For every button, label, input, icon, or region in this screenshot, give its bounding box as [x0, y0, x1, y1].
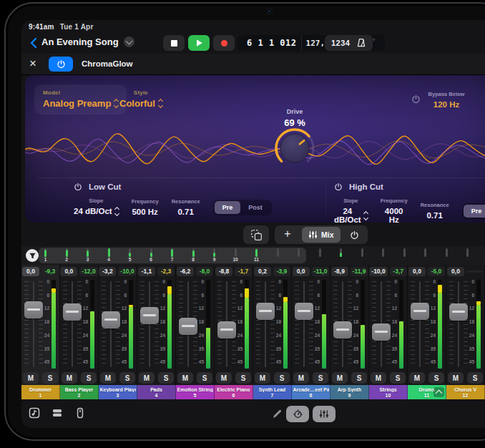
- solo-button[interactable]: S: [119, 372, 135, 384]
- high-cut-frequency-field[interactable]: Frequency 4000 Hz: [381, 198, 408, 223]
- mute-button[interactable]: M: [139, 372, 155, 384]
- peak-value: -11,9: [351, 267, 368, 276]
- track-number: 12: [463, 393, 469, 398]
- track-name-footer[interactable]: Drums11: [408, 385, 446, 399]
- fader-value[interactable]: -3,2: [99, 267, 116, 276]
- record-button[interactable]: [213, 35, 235, 51]
- multiselect-button[interactable]: [243, 225, 269, 244]
- track-name-footer[interactable]: Electric Piano6: [215, 385, 253, 399]
- low-cut-power-button[interactable]: [74, 182, 82, 191]
- solo-button[interactable]: S: [428, 372, 444, 384]
- track-name-footer[interactable]: Keyboard Player3: [99, 385, 137, 399]
- song-menu-button[interactable]: [124, 36, 134, 47]
- low-cut-slope-field[interactable]: Slope 24 dB/Oct: [74, 198, 119, 217]
- track-name-footer[interactable]: Pads4: [137, 385, 176, 399]
- regions-button[interactable]: [52, 407, 63, 419]
- mute-button[interactable]: M: [448, 372, 464, 384]
- high-cut-slope-field[interactable]: Slope 24 dB/Oct: [334, 198, 368, 223]
- track-name-footer[interactable]: Strings10: [369, 385, 408, 399]
- track-name-footer[interactable]: Emotion Strings5: [176, 385, 215, 399]
- edit-pencil-button[interactable]: [272, 409, 282, 419]
- low-cut-resonance-field[interactable]: Resonance 0.71: [172, 198, 200, 216]
- plugin-name[interactable]: ChromaGlow: [82, 59, 133, 68]
- metronome-icon[interactable]: [356, 38, 366, 48]
- solo-button[interactable]: S: [197, 372, 212, 384]
- solo-button[interactable]: S: [81, 372, 97, 384]
- track-name-footer[interactable]: Drummer1: [21, 385, 60, 399]
- post-button[interactable]: Post: [240, 201, 270, 214]
- fader-value[interactable]: -6,2: [177, 267, 194, 276]
- chevron-up-down-icon: [114, 99, 118, 107]
- fader-value[interactable]: 0,0: [60, 267, 77, 276]
- stop-button[interactable]: [163, 35, 185, 51]
- fader-value[interactable]: -8,8: [215, 267, 232, 276]
- track-name-footer[interactable]: Arcade…eet Pad8: [292, 385, 330, 399]
- style-selector[interactable]: Style Colorful: [119, 89, 162, 109]
- fader-value[interactable]: 0,0: [293, 267, 310, 276]
- close-plugin-button[interactable]: ×: [29, 56, 36, 72]
- overview-meter: [340, 248, 342, 257]
- solo-button[interactable]: S: [158, 372, 174, 384]
- filter-button[interactable]: [26, 249, 39, 262]
- fader-value[interactable]: -1,1: [138, 267, 155, 276]
- fader-value[interactable]: -8,9: [331, 267, 348, 276]
- song-title[interactable]: An Evening Song: [41, 36, 119, 47]
- meter-scale-label: 12: [392, 306, 397, 311]
- back-button[interactable]: [29, 37, 39, 49]
- track-name-footer[interactable]: Chorus V12: [446, 385, 485, 399]
- solo-button[interactable]: S: [235, 372, 251, 384]
- mixer-channel-strip: 061218243545: [99, 278, 137, 371]
- count-in-button[interactable]: 1234: [331, 39, 350, 47]
- faders-icon: [319, 409, 329, 419]
- mute-button[interactable]: M: [216, 372, 232, 384]
- mute-button[interactable]: M: [177, 372, 193, 384]
- mute-button[interactable]: M: [332, 372, 348, 384]
- solo-button[interactable]: S: [274, 372, 290, 384]
- fader-cap-line: [182, 325, 195, 327]
- track-name-footer[interactable]: Arp Synth9: [330, 385, 369, 399]
- bypass-power-button[interactable]: [411, 94, 421, 104]
- mute-button[interactable]: M: [255, 372, 270, 384]
- mute-button[interactable]: M: [23, 372, 39, 384]
- browser-button[interactable]: [29, 407, 40, 419]
- expand-stack-button[interactable]: [433, 387, 444, 397]
- mute-button[interactable]: M: [371, 372, 386, 384]
- meter-scale: 061218243545: [79, 279, 88, 368]
- regions-icon: [52, 407, 63, 419]
- overview-meter-fill: [44, 250, 46, 257]
- mute-button[interactable]: M: [62, 372, 77, 384]
- track-name-footer[interactable]: Synth Lead7: [253, 385, 292, 399]
- fader-value[interactable]: 0,0: [447, 267, 464, 276]
- high-cut-resonance-field[interactable]: Resonance 0.71: [421, 202, 449, 220]
- model-selector[interactable]: Model Analog Preamp: [34, 84, 127, 115]
- solo-button[interactable]: S: [42, 372, 58, 384]
- drive-knob[interactable]: [273, 127, 316, 170]
- smart-controls-button[interactable]: [286, 406, 309, 422]
- mixer-channel-strip: 061218243545: [137, 278, 176, 371]
- mixer-view-button[interactable]: [313, 406, 335, 422]
- solo-button[interactable]: S: [390, 372, 406, 384]
- track-name-footer[interactable]: Bass Player2: [60, 385, 99, 399]
- fader-value[interactable]: 0,0: [22, 267, 39, 276]
- level-field[interactable]: Level 0.0: [471, 91, 485, 109]
- mute-button[interactable]: M: [409, 372, 425, 384]
- fader-tools-button[interactable]: [74, 407, 86, 419]
- fader-value[interactable]: 0,0: [408, 267, 426, 276]
- fader-value[interactable]: -10,0: [369, 267, 387, 276]
- plugin-power-button[interactable]: [49, 57, 73, 72]
- add-track-button[interactable]: +: [275, 225, 300, 244]
- solo-button[interactable]: S: [313, 372, 328, 384]
- high-cut-power-button[interactable]: [334, 182, 343, 191]
- solo-button[interactable]: S: [351, 372, 367, 384]
- play-button[interactable]: [188, 35, 210, 51]
- bypass-below-field[interactable]: Bypass Below 120 Hz: [423, 91, 470, 109]
- low-cut-frequency-field[interactable]: Frequency 500 Hz: [132, 198, 159, 216]
- pre-button[interactable]: Pre: [464, 205, 485, 218]
- pre-button[interactable]: Pre: [215, 201, 241, 214]
- mute-button[interactable]: M: [100, 372, 116, 384]
- solo-button[interactable]: S: [467, 372, 483, 384]
- fader-value[interactable]: 0,2: [254, 267, 271, 276]
- mixer-power-button[interactable]: [342, 225, 368, 244]
- mix-mode-button[interactable]: Mix: [302, 227, 341, 243]
- mute-button[interactable]: M: [293, 372, 309, 384]
